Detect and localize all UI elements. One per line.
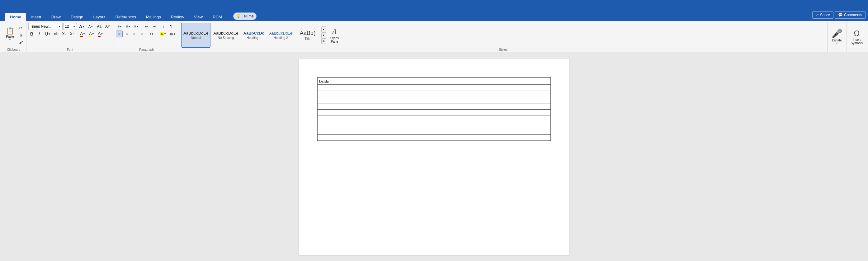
tab-design[interactable]: Design (66, 13, 88, 21)
style-no-spacing[interactable]: AaBbCcDdEe No Spacing (211, 23, 240, 48)
tab-home[interactable]: Home (5, 13, 26, 21)
table-row (317, 97, 551, 104)
title-bar (0, 0, 868, 10)
table-row (317, 85, 551, 91)
decrease-indent-icon: ⇤ (145, 24, 148, 29)
table-cell[interactable] (317, 110, 551, 116)
copy-button[interactable]: ⎘ (18, 32, 24, 39)
show-marks-button[interactable]: ¶ (168, 23, 175, 30)
comments-label: Comments (844, 13, 862, 17)
font-grow-icon: A (79, 24, 82, 29)
superscript-icon: X² (70, 32, 73, 36)
tab-review[interactable]: Review (166, 13, 189, 21)
style-heading2[interactable]: AaBbCcDdEe Heading 2 (267, 23, 294, 48)
insert-symbols-button[interactable]: Ω Insert Symbols (849, 25, 865, 49)
clear-formatting-button[interactable]: A ✗ (104, 23, 112, 30)
cut-button[interactable]: ✂ (18, 25, 24, 31)
paragraph-section-label: Paragraph (116, 48, 177, 52)
tab-layout[interactable]: Layout (88, 13, 110, 21)
borders-button[interactable]: ⊞▼ (168, 31, 177, 37)
table-cell[interactable] (317, 85, 551, 91)
style-normal[interactable]: AaBbCcDdEe Normal (181, 23, 211, 48)
highlight-button[interactable]: A ▼ (88, 31, 96, 37)
styles-gallery: AaBbCcDdEe Normal AaBbCcDdEe No Spacing … (181, 23, 320, 48)
table-cell[interactable] (317, 116, 551, 122)
table-cell[interactable] (317, 104, 551, 110)
style-title[interactable]: AaBb( Title (295, 23, 320, 48)
tab-rcm[interactable]: RCM (208, 13, 227, 21)
font-shrink-button[interactable]: A ▼ (87, 23, 95, 30)
decrease-indent-button[interactable]: ⇤ (143, 23, 150, 30)
increase-indent-icon: ⇥ (153, 24, 156, 29)
align-center-icon: ≡ (126, 32, 128, 36)
share-icon: ↗ (816, 13, 819, 17)
font-color-button[interactable]: A ▼ (79, 31, 87, 37)
strikethrough-icon: ab (54, 32, 58, 36)
bullets-icon: ≡ (117, 24, 120, 29)
style-heading2-label: Heading 2 (274, 36, 288, 39)
table-cell[interactable] (317, 91, 551, 97)
document-text: Dafda (319, 79, 329, 84)
underline-button[interactable]: U ▼ (43, 31, 52, 37)
align-left-icon: ≡ (118, 32, 121, 36)
numbering-button[interactable]: ≡▼ (124, 23, 132, 30)
font-shrink-icon: A (88, 25, 91, 28)
tab-mailings[interactable]: Mailings (141, 13, 166, 21)
table-cell[interactable] (317, 128, 551, 135)
styles-pane-button[interactable]: 𝐴 Styles Pane (328, 23, 341, 47)
line-spacing-button[interactable]: ↕▼ (148, 31, 155, 37)
strikethrough-button[interactable]: ab (53, 31, 60, 37)
styles-scroll: ▲ ▼ ⊞ (321, 27, 326, 44)
align-center-button[interactable]: ≡ (123, 31, 130, 37)
justify-button[interactable]: ≡ (138, 31, 145, 37)
table-cell[interactable] (317, 122, 551, 128)
bullets-button[interactable]: ≡▼ (116, 23, 124, 30)
table-row (317, 110, 551, 116)
tell-me-box[interactable]: 💡 Tell me (233, 12, 256, 20)
change-case-button[interactable]: Aa (95, 23, 103, 30)
copy-icon: ⎘ (20, 33, 22, 37)
sort-button[interactable]: ↕ (160, 23, 167, 30)
superscript-button[interactable]: X² (68, 31, 75, 37)
italic-button[interactable]: I (36, 31, 43, 37)
share-button[interactable]: ↗ Share (812, 11, 833, 19)
bold-button[interactable]: B (28, 31, 35, 37)
table-cell[interactable] (317, 135, 551, 141)
insert-symbols-label: Insert Symbols (851, 38, 863, 45)
table-cell[interactable] (317, 97, 551, 104)
tab-view[interactable]: View (189, 13, 208, 21)
borders-icon: ⊞ (170, 32, 173, 36)
comments-button[interactable]: 💬 Comments (835, 11, 866, 19)
font-section-label: Font (28, 48, 112, 52)
dictate-button[interactable]: 🎤 Dictate ▼ (829, 25, 845, 49)
style-title-preview: AaBb( (300, 30, 315, 36)
styles-expand[interactable]: ⊞ (321, 38, 326, 44)
bold-icon: B (30, 31, 33, 36)
font-grow-button[interactable]: A ▲ (78, 23, 86, 30)
font-clear-button[interactable]: A ▼ (96, 31, 105, 37)
tab-insert[interactable]: Insert (26, 13, 46, 21)
paste-button[interactable]: 📋 Paste ▼ (3, 23, 17, 46)
font-size-label: 12 (65, 24, 73, 29)
style-no-spacing-label: No Spacing (218, 36, 234, 39)
align-left-button[interactable]: ≡ (116, 31, 123, 37)
styles-scroll-down[interactable]: ▼ (321, 32, 326, 38)
align-right-button[interactable]: ≡ (131, 31, 137, 37)
font-face-selector[interactable]: Times New... ▼ (28, 23, 63, 30)
shading-button[interactable]: A ▼ (158, 31, 168, 37)
style-heading1[interactable]: AaBbCcDc Heading 1 (241, 23, 267, 48)
styles-scroll-up[interactable]: ▲ (321, 27, 326, 32)
format-painter-button[interactable]: 🖌 (18, 39, 24, 46)
tab-draw[interactable]: Draw (46, 13, 66, 21)
increase-indent-button[interactable]: ⇥ (151, 23, 158, 30)
font-size-selector[interactable]: 12 ▼ (63, 23, 77, 30)
table-cell-first[interactable]: Dafda (317, 78, 551, 85)
style-no-spacing-preview: AaBbCcDdEe (213, 31, 238, 35)
font-size-dropdown-icon: ▼ (73, 25, 75, 28)
tab-references[interactable]: References (111, 13, 141, 21)
subscript-button[interactable]: X₂ (60, 31, 67, 37)
paragraph-mark-icon: ¶ (170, 24, 172, 29)
comment-icon: 💬 (838, 13, 843, 17)
clear-formatting-icon: A (105, 24, 108, 29)
multilevel-button[interactable]: ≡▼ (133, 23, 141, 30)
